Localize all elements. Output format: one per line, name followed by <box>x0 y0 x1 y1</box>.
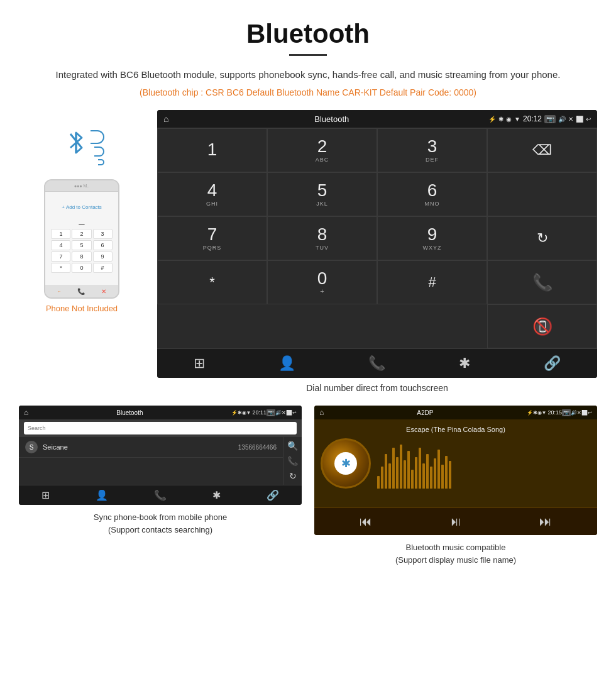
dial-letters-2: ABC <box>316 157 329 163</box>
pb-back-icon[interactable]: ↩ <box>292 410 297 416</box>
phonebook-content-row: S Seicane 13566664466 🔍 📞 ↻ <box>19 437 302 485</box>
music-back-icon[interactable]: ↩ <box>588 410 592 416</box>
main-status-bar: ⌂ Bluetooth ⚡ ✱ ◉ ▼ 20:12 📷 🔊 ✕ ⬜ ↩ <box>157 110 597 128</box>
eq-bar <box>385 454 387 489</box>
pb-signal-icon: ▼ <box>246 410 251 416</box>
eq-bar <box>441 465 444 489</box>
phone-section: ●●● M.. + Add to Contacts _ 1 2 3 4 5 6 … <box>19 110 145 313</box>
dial-key-star[interactable]: * <box>157 260 267 304</box>
dial-key-9[interactable]: 9 WXYZ <box>377 216 487 260</box>
dial-key-3[interactable]: 3 DEF <box>377 128 487 172</box>
eq-bar <box>422 463 425 489</box>
dial-key-2[interactable]: 2 ABC <box>267 128 377 172</box>
status-icons-area: ✱ ◉ ▼ 20:12 📷 🔊 ✕ ⬜ ↩ <box>498 114 591 123</box>
pb-refresh-action-icon[interactable]: ↻ <box>289 471 297 481</box>
pb-vol-icon[interactable]: 🔊 <box>275 410 282 416</box>
music-next-button[interactable]: ⏭ <box>539 514 552 529</box>
dial-key-refresh[interactable]: ↻ <box>487 216 597 260</box>
phone-key-5: 5 <box>72 240 91 250</box>
close-icon[interactable]: ✕ <box>568 116 573 123</box>
pb-home-icon[interactable]: ⌂ <box>24 408 28 417</box>
phonebook-panel: ⌂ Bluetooth ⚡ ✱ ◉ ▼ 20:11 📷 🔊 ✕ ⬜ ↩ <box>19 406 302 566</box>
music-screen-title: A2DP <box>324 409 526 416</box>
dial-key-hash[interactable]: # <box>377 260 487 304</box>
contact-seicane[interactable]: S Seicane 13566664466 <box>19 437 283 458</box>
car-dialpad-section: ⌂ Bluetooth ⚡ ✱ ◉ ▼ 20:12 📷 🔊 ✕ ⬜ ↩ <box>157 110 597 393</box>
music-camera-icon[interactable]: 📷 <box>562 409 571 416</box>
dial-key-endcall[interactable]: 📵 <box>487 304 597 348</box>
pb-loc-icon: ◉ <box>242 410 246 416</box>
phone-add-contact: + Add to Contacts <box>62 204 102 210</box>
phone-key-3: 3 <box>93 229 113 239</box>
window-icon[interactable]: ⬜ <box>576 116 583 123</box>
music-album-art: ✱ <box>321 438 371 489</box>
music-win-icon[interactable]: ⬜ <box>581 410 588 416</box>
nav-grid-icon[interactable]: ⊞ <box>194 355 205 372</box>
music-content-area: Escape (The Pina Colada Song) ✱ <box>314 419 597 507</box>
phone-end-button: ✕ <box>101 288 106 295</box>
dial-letters-5: JKL <box>316 201 328 207</box>
music-home-icon[interactable]: ⌂ <box>319 408 324 417</box>
pb-usb-icon: ⚡ <box>231 410 238 416</box>
phonebook-search-input[interactable] <box>24 422 297 434</box>
call-icon: 📞 <box>532 273 553 292</box>
music-signal-icon: ▼ <box>542 410 547 416</box>
phone-mockup: ●●● M.. + Add to Contacts _ 1 2 3 4 5 6 … <box>44 179 119 299</box>
back-icon[interactable]: ↩ <box>586 116 591 123</box>
dial-num-7: 7 <box>207 226 217 243</box>
nav-phone-icon[interactable]: 📞 <box>368 355 385 372</box>
phone-top-bar: ●●● M.. <box>45 180 118 192</box>
dial-key-empty-1 <box>487 172 597 216</box>
dial-letters-4: GHI <box>206 201 218 207</box>
main-content-area: ●●● M.. + Add to Contacts _ 1 2 3 4 5 6 … <box>0 110 616 393</box>
page-header: Bluetooth Integrated with BC6 Bluetooth … <box>0 0 616 110</box>
eq-bar <box>434 458 436 489</box>
pb-nav-bt-icon[interactable]: ✱ <box>212 489 221 501</box>
pb-call-action-icon[interactable]: 📞 <box>287 456 298 466</box>
camera-icon[interactable]: 📷 <box>544 115 556 123</box>
dial-key-4[interactable]: 4 GHI <box>157 172 267 216</box>
dial-key-6[interactable]: 6 MNO <box>377 172 487 216</box>
dial-num-2: 2 <box>317 138 327 155</box>
pb-camera-icon[interactable]: 📷 <box>267 409 275 416</box>
pb-nav-grid-icon[interactable]: ⊞ <box>41 489 50 501</box>
eq-bar <box>415 457 417 489</box>
phone-key-2: 2 <box>72 229 91 239</box>
music-equalizer <box>377 438 591 489</box>
pb-nav-phone-icon[interactable]: 📞 <box>154 489 167 501</box>
dial-key-5[interactable]: 5 JKL <box>267 172 377 216</box>
dial-key-8[interactable]: 8 TUV <box>267 216 377 260</box>
dial-key-7[interactable]: 7 PQRS <box>157 216 267 260</box>
nav-link-icon[interactable]: 🔗 <box>544 355 561 372</box>
pb-win-icon[interactable]: ⬜ <box>286 410 292 416</box>
pb-search-action-icon[interactable]: 🔍 <box>287 441 298 451</box>
dial-key-call[interactable]: 📞 <box>487 260 597 304</box>
music-play-pause-button[interactable]: ⏯ <box>449 514 462 529</box>
pb-close-icon[interactable]: ✕ <box>282 410 286 416</box>
pb-nav-person-icon[interactable]: 👤 <box>96 489 108 501</box>
refresh-icon: ↻ <box>537 230 548 246</box>
dial-key-1[interactable]: 1 <box>157 128 267 172</box>
music-prev-button[interactable]: ⏮ <box>360 514 372 529</box>
pb-time: 20:11 <box>252 409 267 416</box>
nav-bluetooth-icon[interactable]: ✱ <box>459 355 470 372</box>
phone-bottom-bar: ← 📞 ✕ <box>45 285 118 297</box>
volume-icon[interactable]: 🔊 <box>558 116 566 123</box>
home-icon[interactable]: ⌂ <box>163 114 168 124</box>
dial-letters-6: MNO <box>425 201 440 207</box>
dial-hash-symbol: # <box>428 274 436 290</box>
phonebook-bottom-nav: ⊞ 👤 📞 ✱ 🔗 <box>19 485 302 505</box>
music-song-title: Escape (The Pina Colada Song) <box>406 426 505 433</box>
music-vol-icon[interactable]: 🔊 <box>571 410 577 416</box>
eq-bar <box>411 470 414 489</box>
nav-person-icon[interactable]: 👤 <box>278 355 295 372</box>
backspace-icon: ⌫ <box>532 142 552 158</box>
pb-nav-link-icon[interactable]: 🔗 <box>267 489 279 501</box>
dial-key-0[interactable]: 0 + <box>267 260 377 304</box>
music-close-icon[interactable]: ✕ <box>577 410 581 416</box>
eq-bar <box>377 476 380 489</box>
phone-key-hash: # <box>93 263 113 273</box>
music-controls-bar: ⏮ ⏯ ⏭ <box>314 507 597 535</box>
eq-bar <box>430 467 432 489</box>
dial-key-backspace[interactable]: ⌫ <box>487 128 597 172</box>
